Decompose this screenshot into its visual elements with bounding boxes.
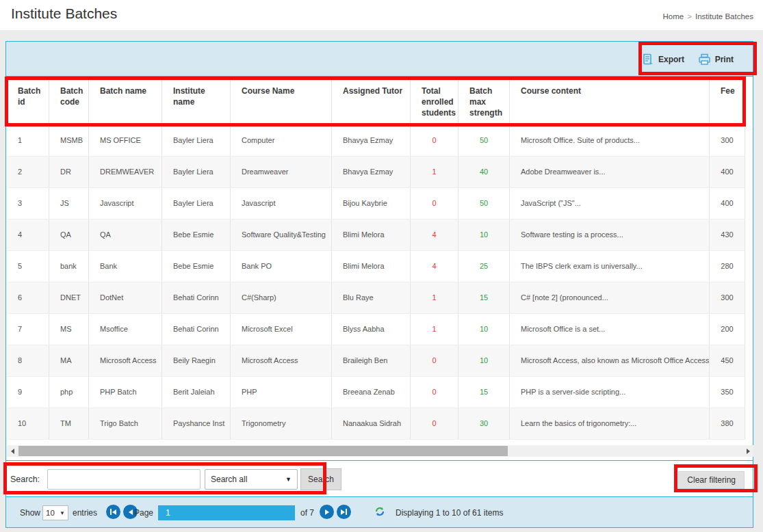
cell-tutor: Blimi Melora [332, 251, 411, 282]
cell-institute: Bebe Esmie [162, 220, 231, 250]
cell-content: C# [note 2] (pronounced... [510, 282, 710, 313]
cell-content: Learn the basics of trigonometry:... [510, 408, 710, 439]
column-header-tutor[interactable]: Assigned Tutor [332, 77, 411, 124]
cell-name: Javascript [89, 188, 162, 219]
column-header-course[interactable]: Course Name [231, 77, 332, 124]
cell-enrolled: 0 [411, 377, 458, 408]
table-row: 7MSMsofficeBehati CorinnMicrosoft ExcelB… [7, 314, 745, 345]
cell-content: Microsoft Office is a set... [510, 314, 710, 345]
cell-institute: Bayler Liera [162, 157, 231, 187]
cell-max: 15 [458, 377, 510, 408]
print-icon [698, 53, 711, 66]
table-row: 1MSMBMS OFFICEBayler LieraComputerBhavya… [7, 125, 745, 157]
cell-enrolled: 0 [411, 345, 458, 376]
cell-max: 50 [458, 188, 510, 219]
pagination-status: Displaying 1 to 10 of 61 items [396, 508, 503, 518]
cell-tutor: Bhavya Ezmay [332, 125, 411, 156]
scroll-right-arrow-icon[interactable] [742, 445, 753, 457]
column-header-max[interactable]: Batch max strength [458, 77, 510, 124]
refresh-icon[interactable] [374, 505, 386, 518]
cell-enrolled: 1 [411, 282, 458, 313]
cell-id: 3 [7, 188, 49, 219]
cell-fee: 450 [710, 345, 745, 376]
page-count-label: of 7 [300, 508, 314, 518]
search-field-select[interactable]: Search all ▼ [205, 469, 298, 490]
cell-max: 30 [458, 408, 510, 439]
column-header-id[interactable]: Batch id [7, 77, 49, 124]
column-header-enrolled[interactable]: Total enrolled students [411, 77, 458, 124]
search-input[interactable] [47, 469, 201, 490]
export-icon [643, 53, 654, 66]
cell-institute: Behati Corinn [162, 314, 231, 345]
entries-label: entries [73, 508, 97, 518]
breadcrumb-separator: > [687, 12, 692, 21]
cell-name: QA [89, 220, 162, 250]
pagination-bar: Show 10 ▼ entries Page of 7 Displaying 1… [6, 496, 753, 527]
first-page-button[interactable] [106, 505, 120, 519]
table-row: 6DNETDotNetBehati CorinnC#(Sharp)Blu Ray… [7, 282, 745, 314]
cell-institute: Payshance Inst [162, 408, 231, 439]
cell-institute: Behati Corinn [162, 282, 231, 313]
cell-fee: 430 [710, 220, 745, 250]
top-bar: Institute Batches Home>Institute Batches [0, 0, 763, 30]
cell-id: 2 [7, 157, 49, 187]
cell-code: QA [49, 220, 89, 250]
cell-name: DotNet [89, 282, 162, 313]
cell-content: PHP is a server-side scripting... [510, 377, 710, 408]
print-button[interactable]: Print [698, 51, 734, 68]
cell-name: DREMWEAVER [89, 157, 162, 187]
chevron-down-icon: ▼ [60, 510, 65, 516]
cell-tutor: Bijou Kaybrie [332, 188, 411, 219]
scrollbar-thumb[interactable] [18, 446, 508, 456]
table-row: 10TMTrigo BatchPayshance InstTrigonometr… [7, 408, 745, 440]
column-header-institute[interactable]: Institute name [162, 77, 231, 124]
column-header-fee[interactable]: Fee [710, 77, 745, 124]
table-row: 8MAMicrosoft AccessBeily RaeginMicrosoft… [7, 345, 745, 377]
last-page-button[interactable] [337, 505, 351, 519]
cell-content: JavaScript ("JS"... [510, 188, 710, 219]
cell-tutor: Blu Raye [332, 282, 411, 313]
cell-max: 25 [458, 251, 510, 282]
search-row: Search: Search all ▼ Search Clear filter… [6, 460, 753, 496]
column-header-code[interactable]: Batch code [49, 77, 89, 124]
scroll-left-arrow-icon[interactable] [7, 445, 18, 457]
cell-content: Microsoft Access, also known as Microsof… [510, 345, 710, 376]
cell-tutor: Blimi Melora [332, 220, 411, 250]
search-button[interactable]: Search [300, 468, 341, 490]
next-page-button[interactable] [320, 505, 334, 519]
search-label: Search: [10, 475, 40, 484]
table-header-row: Batch idBatch codeBatch nameInstitute na… [7, 77, 745, 125]
horizontal-scrollbar[interactable] [7, 445, 753, 457]
table-row: 4QAQABebe EsmieSoftware Quality&TestingB… [7, 220, 745, 251]
cell-id: 8 [7, 345, 49, 376]
cell-code: JS [49, 188, 89, 219]
page-number-input[interactable] [158, 505, 295, 520]
cell-max: 10 [458, 345, 510, 376]
page-size-select[interactable]: 10 ▼ [42, 505, 68, 520]
column-header-content[interactable]: Course content [510, 77, 710, 124]
cell-institute: Bayler Liera [162, 188, 231, 219]
cell-enrolled: 0 [411, 125, 458, 156]
breadcrumb-home[interactable]: Home [663, 12, 684, 21]
cell-content: Microsoft Office. Suite of products... [510, 125, 710, 156]
cell-tutor: Nanaakua Sidrah [332, 408, 411, 439]
cell-enrolled: 0 [411, 408, 458, 439]
export-button[interactable]: Export [643, 51, 684, 68]
cell-course: Trigonometry [231, 408, 332, 439]
institute-batches-page: Institute Batches Home>Institute Batches… [0, 0, 763, 532]
clear-filtering-button[interactable]: Clear filtering [678, 471, 745, 489]
cell-fee: 380 [710, 408, 745, 439]
column-header-name[interactable]: Batch name [89, 77, 162, 124]
cell-code: DR [49, 157, 89, 187]
cell-tutor: Blyss Aabha [332, 314, 411, 345]
cell-name: MS OFFICE [89, 125, 162, 156]
cell-enrolled: 1 [411, 157, 458, 187]
cell-tutor: Braileigh Ben [332, 345, 411, 376]
cell-fee: 350 [710, 377, 745, 408]
cell-content: Adobe Dreamweaver is... [510, 157, 710, 187]
chevron-down-icon: ▼ [285, 476, 292, 483]
cell-name: Bank [89, 251, 162, 282]
cell-course: Microsoft Excel [231, 314, 332, 345]
table-row: 5bankBankBebe EsmieBank POBlimi Melora42… [7, 251, 745, 282]
cell-id: 6 [7, 282, 49, 313]
